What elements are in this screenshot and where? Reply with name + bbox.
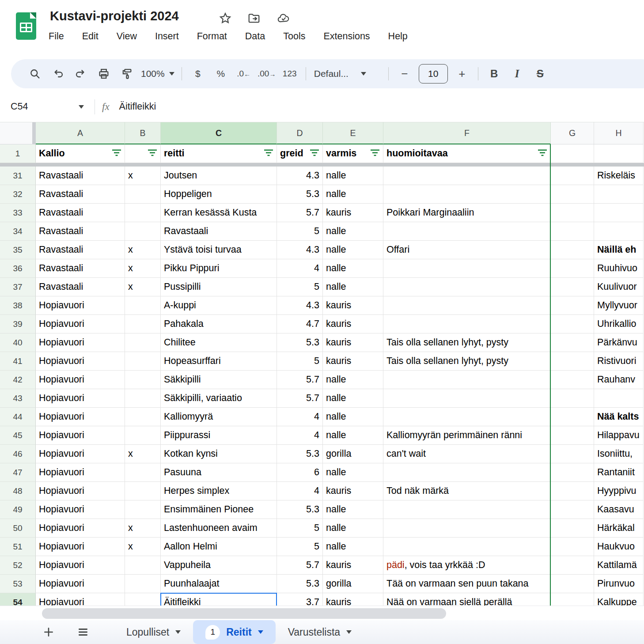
row-header-32[interactable]: 32 [0,185,36,204]
cell-G39[interactable] [551,315,594,333]
row-header-46[interactable]: 46 [0,445,36,463]
cell-B45[interactable] [125,426,161,445]
cell-H49[interactable]: Kaasavu [594,500,644,519]
cell-B33[interactable] [125,204,161,222]
cell-D42[interactable]: 5.7 [277,371,323,389]
cell-H45[interactable]: Hilappavu [594,426,644,445]
cell-E31[interactable]: nalle [323,167,383,185]
row-header-53[interactable]: 53 [0,575,36,593]
cell-B43[interactable] [125,389,161,408]
menu-data[interactable]: Data [245,31,265,42]
cell-D38[interactable]: 4.3 [277,296,323,315]
row-header-38[interactable]: 38 [0,296,36,315]
cell-B53[interactable] [125,575,161,593]
cell-A49[interactable]: Hopiavuori [36,500,125,519]
cell-H33[interactable] [594,204,644,222]
cell-A39[interactable]: Hopiavuori [36,315,125,333]
menu-insert[interactable]: Insert [155,31,179,42]
row-header-47[interactable]: 47 [0,463,36,482]
zoom-select[interactable]: 100% [138,64,177,83]
cell-H51[interactable]: Haukvuo [594,538,644,556]
move-folder-icon[interactable] [247,11,261,25]
cell-B50[interactable]: x [125,519,161,538]
row-header-48[interactable]: 48 [0,482,36,500]
cell-D46[interactable]: 5.3 [277,445,323,463]
cell-E39[interactable]: kauris [323,315,383,333]
cell-F43[interactable] [383,389,551,408]
cell-B35[interactable]: x [125,241,161,259]
cell-C45[interactable]: Piippurassi [161,426,277,445]
row-header-1[interactable]: 1 [0,144,36,163]
cell-A42[interactable]: Hopiavuori [36,371,125,389]
row-header-37[interactable]: 37 [0,278,36,296]
cell-A36[interactable]: Ravastaali [36,259,125,278]
column-header-C[interactable]: C [161,122,277,144]
cell-F35[interactable]: Offari [383,241,551,259]
cell-E54[interactable]: kauris [323,593,383,606]
cell-E32[interactable]: nalle [323,185,383,204]
chevron-down-icon[interactable] [346,630,352,634]
cell-G41[interactable] [551,352,594,371]
menu-tools[interactable]: Tools [283,31,305,42]
cell-E44[interactable]: nalle [323,408,383,426]
cell-G52[interactable] [551,556,594,575]
sheet-tab-varustelista[interactable]: Varustelista [276,620,364,644]
cell-A40[interactable]: Hopiavuori [36,333,125,352]
cell-B52[interactable] [125,556,161,575]
cell-C44[interactable]: Kalliomyyrä [161,408,277,426]
cell-C46[interactable]: Kotkan kynsi [161,445,277,463]
cell-H39[interactable]: Uhrikallio [594,315,644,333]
cell-G47[interactable] [551,463,594,482]
cell-B32[interactable] [125,185,161,204]
cell-G43[interactable] [551,389,594,408]
cell-A43[interactable]: Hopiavuori [36,389,125,408]
document-title[interactable]: Kustavi-projekti 2024 [50,9,179,23]
cell-G45[interactable] [551,426,594,445]
sheet-tab-reitit[interactable]: 1Reitit [193,620,276,644]
cell-E43[interactable]: nalle [323,389,383,408]
cell-F50[interactable] [383,519,551,538]
cell-F47[interactable] [383,463,551,482]
column-header-E[interactable]: E [323,122,383,144]
bold-button[interactable]: B [483,64,506,83]
cell-A38[interactable]: Hopiavuori [36,296,125,315]
cell-A46[interactable]: Hopiavuori [36,445,125,463]
select-all-corner[interactable] [0,122,36,144]
star-icon[interactable] [219,11,232,25]
cell-F44[interactable] [383,408,551,426]
cell-C35[interactable]: Ystävä toisi turvaa [161,241,277,259]
cell-C32[interactable]: Hoppeligen [161,185,277,204]
cell-H35[interactable]: Näillä eh [594,241,644,259]
cell-C54[interactable]: Äitifleikki [161,593,277,606]
cell-D45[interactable]: 4 [277,426,323,445]
row-header-54[interactable]: 54 [0,593,36,606]
all-sheets-menu-icon[interactable] [70,626,96,638]
cell-D37[interactable]: 5 [277,278,323,296]
cell-C51[interactable]: Aallon Helmi [161,538,277,556]
filter-icon[interactable] [309,148,320,156]
row-header-52[interactable]: 52 [0,556,36,575]
cell-A51[interactable]: Hopiavuori [36,538,125,556]
cell-B31[interactable]: x [125,167,161,185]
cell-D43[interactable]: 5.7 [277,389,323,408]
cell-B38[interactable] [125,296,161,315]
cell-A35[interactable]: Ravastaali [36,241,125,259]
cell-E48[interactable]: kauris [323,482,383,500]
cell-B51[interactable]: x [125,538,161,556]
cell-H54[interactable]: Kalkuppe [594,593,644,606]
print-icon[interactable] [92,64,115,83]
cell-G42[interactable] [551,371,594,389]
paint-format-icon[interactable] [115,64,138,83]
filter-icon[interactable] [147,148,158,156]
cell-E37[interactable]: nalle [323,278,383,296]
header-cell-F1[interactable]: huomioitavaa [383,144,551,163]
cell-D31[interactable]: 4.3 [277,167,323,185]
cell-C53[interactable]: Puunhalaajat [161,575,277,593]
cell-F51[interactable] [383,538,551,556]
cell-B40[interactable] [125,333,161,352]
cell-G51[interactable] [551,538,594,556]
cell-A50[interactable]: Hopiavuori [36,519,125,538]
redo-icon[interactable] [69,64,92,83]
cell-E51[interactable]: nalle [323,538,383,556]
cell-B54[interactable] [125,593,161,606]
